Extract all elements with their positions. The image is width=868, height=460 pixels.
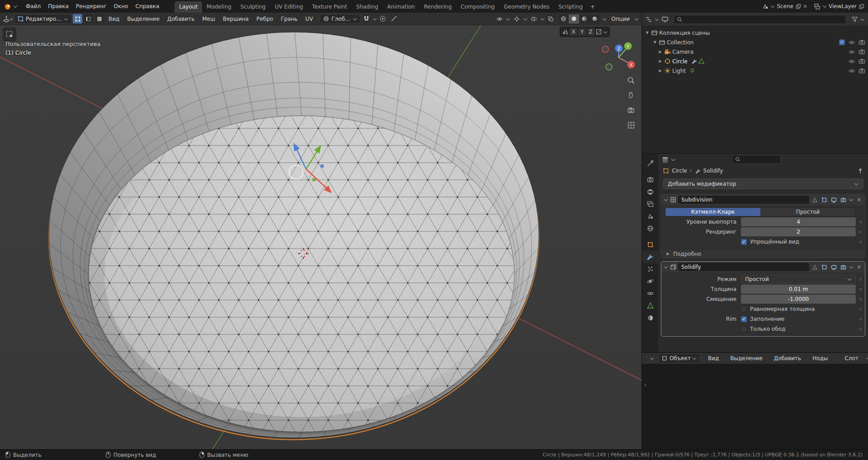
chevron-down-icon[interactable]	[650, 356, 654, 360]
bowl-mesh-object[interactable]	[37, 25, 551, 449]
hide-eye-icon[interactable]	[848, 39, 855, 46]
render-visibility-icon[interactable]	[859, 48, 865, 55]
decorator-dot[interactable]	[859, 308, 862, 310]
render-visibility-icon[interactable]	[859, 58, 865, 65]
menu-mesh[interactable]: Меш	[198, 14, 219, 23]
breadcrumb-modifier[interactable]: Solidify	[703, 168, 723, 174]
menu-node[interactable]: Ноды	[809, 354, 831, 363]
disclosure-icon[interactable]: ▼	[645, 31, 650, 35]
chevron-down-icon[interactable]	[861, 17, 864, 20]
axis-minus-y-ball[interactable]	[606, 64, 612, 70]
shader-type-dropdown[interactable]: Объект	[658, 353, 700, 363]
menu-add[interactable]: Добавить	[770, 354, 805, 363]
tab-particles[interactable]	[642, 263, 658, 275]
outliner-row-scene-collection[interactable]: ▼ Коллекция сцены	[642, 28, 868, 38]
tab-world[interactable]	[642, 222, 658, 235]
disclosure-icon[interactable]: ▼	[652, 40, 657, 44]
shader-node-canvas[interactable]: ›	[642, 364, 868, 449]
snap-toggle-button[interactable]	[361, 14, 372, 24]
chevron-down-icon[interactable]	[671, 157, 675, 161]
navigation-gizmo[interactable]: Z Y X	[597, 36, 640, 79]
transform-orientation-dropdown[interactable]: Глоб...	[320, 14, 360, 24]
object-visibility-button[interactable]	[494, 14, 505, 24]
subdivision-advanced-subpanel[interactable]: ▶ Подробно	[661, 249, 865, 258]
display-mode-icon[interactable]	[661, 16, 669, 23]
chevron-down-icon[interactable]	[849, 197, 853, 201]
optimal-display-checkbox[interactable]: ✓	[741, 239, 747, 245]
pan-hand-button[interactable]	[627, 91, 636, 100]
select-mode-face-button[interactable]	[94, 14, 104, 23]
workspace-tab-compositing[interactable]: Compositing	[456, 1, 499, 13]
workspace-tab-rendering[interactable]: Rendering	[420, 1, 456, 13]
tab-constraints[interactable]	[642, 287, 658, 300]
new-viewlayer-icon[interactable]	[859, 4, 864, 9]
menu-render[interactable]: Рендеринг	[72, 2, 110, 11]
expand-arrow-icon[interactable]: ›	[644, 381, 646, 388]
options-dropdown[interactable]: Опции	[608, 14, 633, 23]
menu-uv[interactable]: UV	[302, 14, 316, 23]
offset-field[interactable]: -1.0000	[741, 295, 856, 304]
chevron-down-icon[interactable]	[849, 265, 853, 268]
type-simple-button[interactable]: Простой	[760, 208, 855, 216]
breadcrumb-object[interactable]: Circle	[672, 168, 687, 174]
viewport-3d-canvas[interactable]: Пользовательская перспектива (1) Circle …	[0, 25, 642, 449]
hide-eye-icon[interactable]	[848, 67, 855, 75]
workspace-tab-texture-paint[interactable]: Texture Paint	[307, 1, 351, 13]
decorator-dot[interactable]	[859, 318, 862, 320]
type-catmull-clark-button[interactable]: Кэтмелл-Кларк	[665, 208, 760, 216]
decorator-dot[interactable]	[859, 278, 862, 281]
tab-object-data[interactable]	[642, 300, 658, 312]
decorator-dot[interactable]	[859, 328, 862, 330]
pin-icon[interactable]	[857, 168, 863, 174]
workspace-tab-animation[interactable]: Animation	[383, 1, 420, 13]
properties-search[interactable]	[732, 155, 781, 164]
outliner-search[interactable]	[674, 15, 846, 24]
editor-type-button[interactable]	[3, 14, 14, 24]
workspace-tab-sculpting[interactable]: Sculpting	[236, 1, 270, 13]
mode-dropdown[interactable]: Редактиро...	[14, 14, 72, 24]
snap-target-icon[interactable]	[595, 28, 602, 35]
tab-material[interactable]	[642, 312, 658, 324]
mirror-x-toggle[interactable]: X	[570, 28, 577, 36]
menu-face[interactable]: Грань	[277, 14, 301, 23]
shading-solid-button[interactable]	[569, 14, 579, 23]
tab-output[interactable]	[642, 186, 658, 198]
on-cage-toggle[interactable]	[811, 196, 819, 204]
tab-object[interactable]	[642, 239, 658, 251]
decorator-dot[interactable]	[859, 241, 862, 243]
outliner-row-collection[interactable]: ▼ Collection ✓	[642, 38, 868, 47]
menu-file[interactable]: Файл	[22, 2, 44, 11]
zoom-button[interactable]	[627, 76, 636, 85]
properties-search-input[interactable]	[741, 156, 778, 163]
decorator-dot[interactable]	[859, 288, 862, 291]
realtime-display-toggle[interactable]	[830, 196, 838, 204]
ortho-toggle-button[interactable]	[627, 121, 636, 130]
render-display-toggle[interactable]	[840, 263, 847, 271]
menu-window[interactable]: Окно	[110, 2, 132, 11]
workspace-tab-layout[interactable]: Layout	[175, 1, 202, 13]
close-icon[interactable]: ×	[803, 3, 807, 9]
chevron-down-icon[interactable]	[655, 17, 659, 20]
show-gizmo-button[interactable]	[511, 14, 522, 24]
tab-physics[interactable]	[642, 275, 658, 287]
workspace-tab-uv-editing[interactable]: UV Editing	[270, 1, 308, 13]
chevron-down-icon[interactable]	[373, 16, 376, 20]
rim-fill-checkbox[interactable]: ✓	[741, 316, 747, 322]
thickness-field[interactable]: 0.01 m	[741, 285, 856, 294]
tab-tool[interactable]	[642, 157, 658, 169]
only-rim-checkbox[interactable]	[741, 326, 747, 332]
add-workspace-button[interactable]: +	[587, 1, 598, 13]
outliner-search-input[interactable]	[684, 16, 844, 23]
menu-view[interactable]: Вид	[105, 14, 123, 23]
close-icon[interactable]: ×	[855, 264, 863, 270]
blender-menu-button[interactable]	[4, 2, 18, 10]
menu-select[interactable]: Выделение	[123, 14, 163, 23]
select-mode-vertex-button[interactable]	[73, 14, 82, 23]
menu-add[interactable]: Добавить	[164, 14, 198, 23]
gizmo-plane-handle[interactable]	[312, 178, 316, 181]
decorator-dot[interactable]	[859, 231, 862, 233]
mirror-y-toggle[interactable]: Y	[578, 28, 586, 36]
workspace-tab-shading[interactable]: Shading	[352, 1, 383, 13]
decorator-dot[interactable]	[859, 298, 862, 300]
edit-mode-display-toggle[interactable]	[821, 263, 828, 271]
